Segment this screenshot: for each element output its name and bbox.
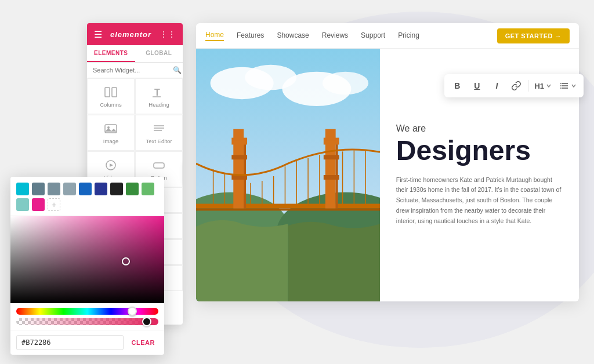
format-toolbar: B U I H1 [444, 74, 584, 97]
widget-text-editor-label: Text Editor [146, 138, 172, 144]
swatch-cyan[interactable] [16, 183, 29, 195]
nav-support[interactable]: Support [361, 31, 385, 41]
heading-selector[interactable]: H1 [532, 82, 554, 90]
svg-rect-33 [196, 208, 380, 210]
svg-rect-43 [325, 129, 336, 141]
hue-slider-wrap [10, 303, 164, 317]
tab-elements[interactable]: ELEMENTS [87, 45, 135, 62]
list-icon [560, 81, 569, 90]
widget-image-label: Image [103, 138, 118, 144]
video-icon [104, 160, 117, 172]
color-swatches: + [10, 177, 164, 216]
widget-columns-label: Columns [100, 101, 122, 108]
hue-thumb [128, 307, 137, 316]
color-cursor [122, 257, 130, 265]
widget-heading-label: Heading [148, 101, 169, 108]
clear-button[interactable]: CLEAR [128, 337, 158, 348]
bridge-image-area [196, 49, 380, 301]
bridge-svg [196, 49, 380, 301]
nav-reviews[interactable]: Reviews [322, 31, 348, 41]
swatch-blue-grey[interactable] [32, 183, 45, 195]
swatch-blue[interactable] [79, 183, 92, 195]
hero-body: First-time homeowners Kate and Patrick M… [396, 175, 563, 227]
grid-icon[interactable]: ⋮⋮ [160, 30, 176, 39]
panel-search: 🔍 [87, 63, 183, 78]
hamburger-icon[interactable]: ☰ [94, 29, 102, 40]
search-icon: 🔍 [173, 66, 182, 74]
color-gradient-area[interactable] [10, 216, 164, 303]
list-chevron-icon [571, 83, 577, 89]
svg-text:T: T [154, 88, 160, 97]
swatch-dark-blue[interactable] [95, 183, 107, 195]
color-hex-row: CLEAR [10, 330, 164, 355]
text-editor-icon [153, 123, 165, 136]
nav-links: Home Features Showcase Reviews Support P… [205, 31, 419, 41]
svg-marker-10 [110, 163, 113, 167]
swatch-pink[interactable] [32, 198, 45, 211]
nav-features[interactable]: Features [237, 31, 264, 41]
svg-rect-37 [233, 129, 244, 141]
swatch-add-button[interactable]: + [48, 198, 60, 211]
widget-heading[interactable]: T Heading [135, 78, 183, 114]
svg-point-62 [560, 85, 562, 86]
search-input[interactable] [93, 67, 173, 74]
browser-preview: Home Features Showcase Reviews Support P… [196, 23, 579, 301]
svg-rect-38 [231, 155, 247, 159]
chevron-down-icon [546, 83, 552, 89]
swatch-blue-grey-2[interactable] [48, 183, 60, 195]
hero-headline: Designers [396, 136, 563, 165]
svg-rect-1 [112, 88, 117, 97]
svg-point-63 [560, 88, 562, 89]
color-picker-panel: + CLEAR [10, 177, 164, 355]
swatch-teal[interactable] [16, 198, 29, 211]
swatch-blue-grey-3[interactable] [63, 183, 76, 195]
heading-label: H1 [534, 82, 544, 90]
widget-text-editor[interactable]: Text Editor [135, 115, 183, 151]
swatch-green[interactable] [126, 183, 139, 195]
widget-columns[interactable]: Columns [87, 78, 135, 114]
browser-nav: Home Features Showcase Reviews Support P… [196, 23, 579, 49]
get-started-button[interactable]: GET STARTED → [497, 28, 570, 43]
svg-rect-11 [154, 163, 164, 168]
nav-home[interactable]: Home [205, 31, 224, 41]
link-button[interactable] [508, 78, 524, 94]
svg-rect-45 [324, 175, 339, 180]
nav-showcase[interactable]: Showcase [277, 31, 309, 41]
heading-icon: T [153, 87, 165, 99]
svg-rect-0 [105, 88, 110, 97]
tab-global[interactable]: GLOBAL [135, 45, 183, 62]
widgets-grid: Columns T Heading Image Text Editor [87, 78, 183, 187]
svg-point-25 [323, 72, 368, 95]
columns-icon [104, 87, 117, 99]
toolbar-separator [528, 80, 528, 92]
hue-slider[interactable] [16, 308, 158, 315]
svg-point-61 [560, 83, 562, 84]
hero-we-are: We are [396, 123, 563, 134]
bold-button[interactable]: B [449, 78, 465, 94]
image-icon [104, 123, 117, 136]
widget-image[interactable]: Image [87, 115, 135, 151]
svg-rect-44 [324, 155, 339, 159]
swatch-black[interactable] [110, 183, 123, 195]
opacity-slider-wrap [10, 317, 164, 330]
nav-pricing[interactable]: Pricing [398, 31, 419, 41]
list-selector[interactable] [557, 81, 579, 90]
opacity-slider[interactable] [16, 318, 158, 325]
panel-logo: elementor [110, 30, 151, 39]
opacity-thumb [142, 317, 151, 326]
panel-header: ☰ elementor ⋮⋮ [87, 23, 183, 45]
italic-button[interactable]: I [488, 78, 505, 94]
svg-rect-32 [196, 204, 380, 209]
underline-button[interactable]: U [469, 78, 485, 94]
panel-tabs: ELEMENTS GLOBAL [87, 45, 183, 63]
hex-input[interactable] [16, 335, 124, 350]
swatch-light-green[interactable] [142, 183, 154, 195]
button-icon [153, 160, 165, 172]
